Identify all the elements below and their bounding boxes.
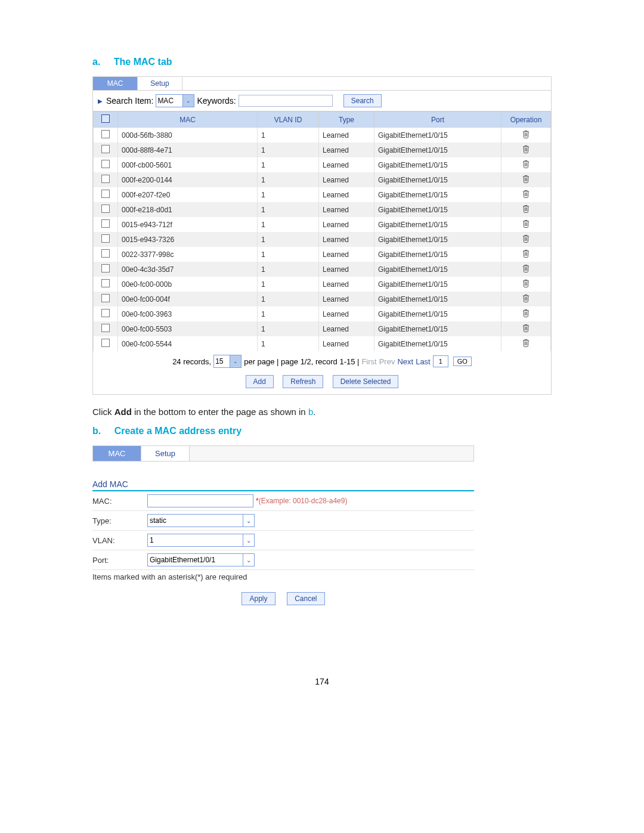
cell-port: GigabitEthernet1/0/15 <box>374 262 501 277</box>
vlan-value: 1 <box>147 534 243 547</box>
table-row: 00e0-fc00-000b1LearnedGigabitEthernet1/0… <box>94 277 551 292</box>
row-checkbox[interactable] <box>101 145 110 153</box>
search-item-label: Search Item: <box>106 96 153 106</box>
col-check[interactable] <box>94 112 118 128</box>
row-checkbox[interactable] <box>101 219 110 228</box>
cell-type: Learned <box>319 262 374 277</box>
row-checkbox[interactable] <box>101 339 110 347</box>
trash-icon[interactable] <box>522 309 530 317</box>
type-select[interactable]: static ⌄ <box>147 514 255 527</box>
row-checkbox[interactable] <box>101 309 110 317</box>
cell-vlan: 1 <box>258 202 319 217</box>
tabs-a: MAC Setup <box>93 77 551 91</box>
row-checkbox[interactable] <box>101 279 110 287</box>
search-item-select[interactable]: MAC ⌄ <box>156 94 194 107</box>
mac-input[interactable] <box>147 494 253 507</box>
port-select[interactable]: GigabitEthernet1/0/1 ⌄ <box>147 553 255 566</box>
refresh-button[interactable]: Refresh <box>283 375 323 388</box>
tab-b-mac[interactable]: MAC <box>93 446 141 461</box>
search-item-value: MAC <box>156 94 182 107</box>
cell-port: GigabitEthernet1/0/15 <box>374 292 501 306</box>
mac-tab-panel: MAC Setup ▶ Search Item: MAC ⌄ Keywords:… <box>92 76 552 395</box>
apply-button[interactable]: Apply <box>242 592 275 605</box>
keywords-input[interactable] <box>239 95 333 107</box>
chevron-down-icon[interactable]: ⌄ <box>182 94 194 107</box>
cell-vlan: 1 <box>258 336 319 351</box>
cell-port: GigabitEthernet1/0/15 <box>374 128 501 143</box>
vlan-select[interactable]: 1 ⌄ <box>147 534 255 547</box>
chevron-down-icon[interactable]: ⌄ <box>243 514 255 527</box>
table-row: 000f-e207-f2e01LearnedGigabitEthernet1/0… <box>94 187 551 202</box>
page-number-input[interactable] <box>433 355 448 367</box>
cell-vlan: 1 <box>258 232 319 247</box>
pager-next[interactable]: Next <box>397 357 413 366</box>
mac-table: MAC VLAN ID Type Port Operation 000d-56f… <box>93 112 551 351</box>
trash-icon[interactable] <box>522 205 530 213</box>
row-checkbox[interactable] <box>101 130 110 138</box>
col-vlan[interactable]: VLAN ID <box>258 112 319 128</box>
cell-type: Learned <box>319 292 374 306</box>
trash-icon[interactable] <box>522 294 530 302</box>
row-checkbox[interactable] <box>101 160 110 168</box>
cell-mac: 00e0-fc00-3963 <box>118 306 258 321</box>
go-button[interactable]: GO <box>453 357 472 366</box>
trash-icon[interactable] <box>522 190 530 198</box>
instruction-ref: b <box>308 407 313 417</box>
cell-type: Learned <box>319 172 374 187</box>
cell-port: GigabitEthernet1/0/15 <box>374 187 501 202</box>
add-mac-panel: MAC Setup Add MAC MAC: *(Example: 0010-d… <box>92 445 474 605</box>
row-checkbox[interactable] <box>101 190 110 198</box>
trash-icon[interactable] <box>522 264 530 272</box>
row-checkbox[interactable] <box>101 175 110 183</box>
row-vlan: VLAN: 1 ⌄ <box>92 531 474 550</box>
col-mac[interactable]: MAC <box>118 112 258 128</box>
trash-icon[interactable] <box>522 234 530 243</box>
row-type: Type: static ⌄ <box>92 511 474 531</box>
trash-icon[interactable] <box>522 130 530 138</box>
trash-icon[interactable] <box>522 324 530 332</box>
row-checkbox[interactable] <box>101 324 110 332</box>
cell-type: Learned <box>319 157 374 172</box>
add-mac-form: Add MAC MAC: *(Example: 0010-dc28-a4e9) … <box>92 478 474 605</box>
trash-icon[interactable] <box>522 160 530 168</box>
keywords-label: Keywords: <box>197 96 236 106</box>
trash-icon[interactable] <box>522 175 530 183</box>
chevron-down-icon[interactable]: ⌄ <box>243 553 255 566</box>
tab-setup[interactable]: Setup <box>138 77 182 90</box>
perpage-select[interactable]: 15 ⌄ <box>213 355 242 368</box>
chevron-down-icon[interactable]: ⌄ <box>243 534 255 547</box>
pager-prev: Prev <box>379 357 395 366</box>
table-row: 000f-e218-d0d11LearnedGigabitEthernet1/0… <box>94 202 551 217</box>
search-button[interactable]: Search <box>343 94 382 107</box>
row-checkbox[interactable] <box>101 234 110 243</box>
type-label: Type: <box>92 516 147 525</box>
trash-icon[interactable] <box>522 145 530 153</box>
instruction-text: Click Add in the bottom to enter the pag… <box>92 407 552 417</box>
cell-type: Learned <box>319 202 374 217</box>
trash-icon[interactable] <box>522 279 530 287</box>
cancel-button[interactable]: Cancel <box>287 592 324 605</box>
chevron-down-icon[interactable]: ⌄ <box>230 355 242 368</box>
col-port[interactable]: Port <box>374 112 501 128</box>
row-checkbox[interactable] <box>101 294 110 302</box>
trash-icon[interactable] <box>522 249 530 258</box>
delete-selected-button[interactable]: Delete Selected <box>333 375 399 388</box>
add-button[interactable]: Add <box>246 375 274 388</box>
pager-last[interactable]: Last <box>416 357 431 366</box>
cell-mac: 000f-e200-0144 <box>118 172 258 187</box>
port-label: Port: <box>92 556 147 565</box>
trash-icon[interactable] <box>522 339 530 347</box>
select-all-checkbox[interactable] <box>101 114 110 123</box>
row-checkbox[interactable] <box>101 249 110 258</box>
heading-b: b. Create a MAC address entry <box>92 426 552 436</box>
tab-mac[interactable]: MAC <box>93 77 138 90</box>
row-checkbox[interactable] <box>101 205 110 213</box>
tab-b-setup[interactable]: Setup <box>141 446 190 461</box>
trash-icon[interactable] <box>522 219 530 228</box>
table-row: 0015-e943-73261LearnedGigabitEthernet1/0… <box>94 232 551 247</box>
cell-mac: 0022-3377-998c <box>118 247 258 262</box>
row-checkbox[interactable] <box>101 264 110 272</box>
cell-port: GigabitEthernet1/0/15 <box>374 277 501 292</box>
col-type[interactable]: Type <box>319 112 374 128</box>
tabs-b: MAC Setup <box>92 445 474 462</box>
